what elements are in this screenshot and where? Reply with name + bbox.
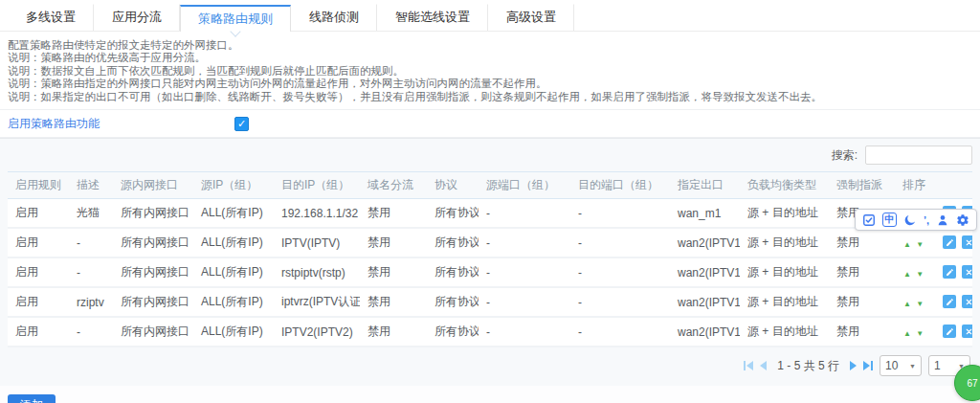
- cell-domain-diversion: 禁用: [360, 228, 427, 257]
- cell-destination-ip: 192.168.1.1/32: [274, 199, 360, 229]
- tab-line-detection[interactable]: 线路侦测: [291, 4, 377, 31]
- col-load-balance-type: 负载均衡类型: [740, 172, 829, 199]
- cell-assigned-outlet: wan2(IPTV1): [670, 228, 740, 257]
- col-force-assign: 强制指派: [829, 172, 895, 199]
- cell-load-balance-type: 源 + 目的地址: [740, 317, 829, 347]
- ime-chinese-mode-icon[interactable]: 中: [882, 213, 897, 227]
- table-header-row: 启用规则 描述 源内网接口 源IP（组） 目的IP（组） 域名分流 协议 源端口…: [8, 172, 972, 199]
- col-source-port: 源端口（组）: [479, 172, 570, 199]
- tab-app-diversion[interactable]: 应用分流: [94, 4, 180, 31]
- ime-logo-icon[interactable]: [862, 213, 876, 227]
- col-domain-diversion: 域名分流: [360, 172, 427, 199]
- col-assigned-outlet: 指定出口: [670, 172, 740, 199]
- cell-description: rziptv: [69, 287, 113, 317]
- edit-button[interactable]: [943, 265, 956, 279]
- cell-source-lan-interface: 所有内网接口: [113, 199, 193, 229]
- prev-page-button[interactable]: [760, 361, 767, 370]
- note-line: 说明：策略路由指定的外网接口只能对内网主动访问外网的流量起作用，对外网主动访问内…: [8, 78, 972, 90]
- cell-source-port: -: [479, 317, 570, 347]
- move-down-button[interactable]: ▼: [915, 300, 924, 309]
- move-down-button[interactable]: ▼: [915, 270, 924, 280]
- search-input[interactable]: [865, 146, 972, 165]
- first-page-button[interactable]: [744, 361, 753, 370]
- tab-policy-routing-rules[interactable]: 策略路由规则: [180, 5, 291, 32]
- move-up-button[interactable]: ▲: [902, 329, 912, 339]
- enable-policy-routing-checkbox[interactable]: ✓: [234, 117, 249, 131]
- cell-protocol: 所有协议: [427, 257, 479, 287]
- cell-assigned-outlet: wan2(IPTV1): [670, 287, 740, 317]
- move-down-button[interactable]: ▼: [915, 329, 924, 339]
- note-line: 配置策略路由使特定的报文走特定的外网接口。: [8, 39, 972, 52]
- cell-load-balance-type: 源 + 目的地址: [740, 257, 829, 287]
- move-down-button[interactable]: ▼: [915, 240, 924, 250]
- delete-button[interactable]: [962, 235, 972, 249]
- cell-protocol: 所有协议: [427, 199, 479, 229]
- ime-halfwidth-moon-icon[interactable]: [903, 213, 917, 227]
- cell-enable-rule: 启用: [8, 317, 69, 347]
- cell-actions: [932, 287, 972, 317]
- cell-force-assign: 禁用: [829, 287, 895, 317]
- col-enable-rule: 启用规则: [8, 172, 69, 199]
- cell-destination-port: -: [570, 317, 670, 347]
- cell-actions: [932, 317, 972, 347]
- page-size-value: 10: [885, 359, 898, 372]
- edit-button[interactable]: [943, 325, 956, 338]
- col-sort: 排序: [895, 172, 932, 199]
- last-page-button[interactable]: [863, 361, 873, 370]
- move-up-button[interactable]: ▲: [902, 300, 912, 309]
- cell-destination-port: -: [570, 287, 670, 317]
- move-up-button[interactable]: ▲: [902, 270, 912, 280]
- ime-settings-gear-icon[interactable]: [956, 213, 969, 227]
- note-line: 说明：策略路由的优先级高于应用分流。: [8, 52, 972, 64]
- cell-actions: [932, 228, 972, 257]
- cell-load-balance-type: 源 + 目的地址: [740, 199, 829, 229]
- cell-destination-port: -: [570, 257, 670, 287]
- tab-multiline-settings[interactable]: 多线设置: [8, 4, 94, 31]
- col-source-ip: 源IP（组）: [193, 172, 274, 199]
- cell-source-lan-interface: 所有内网接口: [113, 317, 193, 347]
- cell-assigned-outlet: wan_m1: [670, 199, 740, 229]
- table-row: 启用 光猫 所有内网接口 ALL(所有IP) 192.168.1.1/32 禁用…: [8, 199, 972, 229]
- cell-source-port: -: [479, 228, 570, 257]
- page-size-select[interactable]: 10 ▼: [880, 355, 922, 376]
- cell-source-ip: ALL(所有IP): [193, 199, 274, 229]
- cell-source-ip: ALL(所有IP): [193, 287, 274, 317]
- ime-punctuation-icon[interactable]: ’,: [924, 215, 929, 225]
- tab-smart-line-selection[interactable]: 智能选线设置: [377, 4, 488, 31]
- edit-button[interactable]: [943, 235, 956, 249]
- edit-button[interactable]: [943, 295, 956, 308]
- tab-advanced-settings[interactable]: 高级设置: [488, 4, 574, 31]
- delete-button[interactable]: [962, 325, 972, 338]
- cell-actions: [932, 257, 972, 287]
- cell-protocol: 所有协议: [427, 317, 479, 347]
- cell-assigned-outlet: wan2(IPTV1): [670, 257, 740, 287]
- table-row: 启用 - 所有内网接口 ALL(所有IP) IPTV2(IPTV2) 禁用 所有…: [8, 317, 972, 347]
- ime-user-icon[interactable]: [936, 213, 949, 227]
- cell-load-balance-type: 源 + 目的地址: [740, 228, 829, 257]
- table-row: 启用 rziptv 所有内网接口 ALL(所有IP) iptvrz(IPTV认证…: [8, 287, 972, 317]
- next-page-button[interactable]: [850, 361, 857, 370]
- cell-domain-diversion: 禁用: [360, 317, 427, 347]
- col-actions: [932, 172, 972, 199]
- col-destination-ip: 目的IP（组）: [274, 172, 360, 199]
- cell-sort: ▲ ▼: [895, 287, 932, 317]
- cell-destination-port: -: [570, 199, 670, 229]
- cell-sort: ▲ ▼: [895, 317, 932, 347]
- add-button[interactable]: 添加: [8, 394, 56, 403]
- delete-button[interactable]: [962, 295, 972, 308]
- pagination: 1 - 5 共 5 行 10 ▼ 1 ▼: [8, 347, 972, 382]
- cell-description: -: [69, 257, 113, 287]
- ime-toolbar: 中 ’,: [855, 209, 977, 231]
- note-line: 说明：数据报文自上而下依次匹配规则，当匹配到规则后就停止匹配后面的规则。: [8, 65, 972, 78]
- cell-enable-rule: 启用: [8, 228, 69, 257]
- delete-button[interactable]: [962, 265, 972, 279]
- col-description: 描述: [69, 172, 113, 199]
- cell-force-assign: 禁用: [829, 257, 895, 287]
- cell-source-lan-interface: 所有内网接口: [113, 228, 193, 257]
- cell-domain-diversion: 禁用: [360, 199, 427, 229]
- add-section: 添加: [0, 386, 980, 403]
- cell-enable-rule: 启用: [8, 287, 69, 317]
- cell-domain-diversion: 禁用: [360, 287, 427, 317]
- table-row: 启用 - 所有内网接口 ALL(所有IP) IPTV(IPTV) 禁用 所有协议…: [8, 228, 972, 257]
- move-up-button[interactable]: ▲: [902, 240, 912, 250]
